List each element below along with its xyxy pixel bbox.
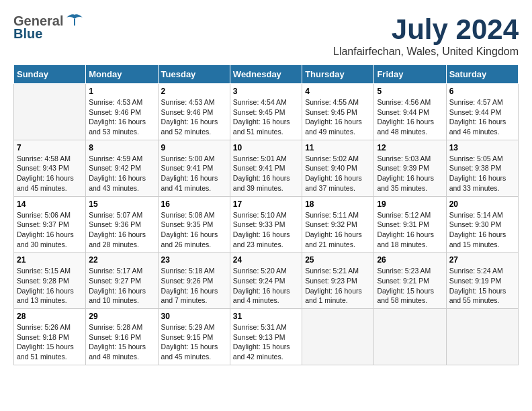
calendar-week-row: 7Sunrise: 4:58 AM Sunset: 9:43 PM Daylig… <box>14 140 519 196</box>
calendar-table: SundayMondayTuesdayWednesdayThursdayFrid… <box>13 64 519 365</box>
day-info: Sunrise: 5:21 AM Sunset: 9:23 PM Dayligh… <box>305 266 371 306</box>
calendar-cell <box>374 309 446 365</box>
day-number: 1 <box>89 87 154 96</box>
page-header: General Blue July 2024 Llanfairfechan, W… <box>13 13 519 58</box>
day-number: 25 <box>305 255 371 265</box>
day-number: 22 <box>89 255 154 265</box>
calendar-cell: 14Sunrise: 5:06 AM Sunset: 9:37 PM Dayli… <box>14 196 86 253</box>
day-number: 24 <box>233 255 299 265</box>
day-info: Sunrise: 5:07 AM Sunset: 9:36 PM Dayligh… <box>89 210 154 250</box>
day-number: 10 <box>233 143 299 152</box>
calendar-week-row: 1Sunrise: 4:53 AM Sunset: 9:46 PM Daylig… <box>14 84 519 140</box>
calendar-header-row: SundayMondayTuesdayWednesdayThursdayFrid… <box>14 65 519 84</box>
day-info: Sunrise: 5:23 AM Sunset: 9:21 PM Dayligh… <box>377 266 443 306</box>
day-number: 28 <box>17 312 83 321</box>
calendar-cell: 18Sunrise: 5:11 AM Sunset: 9:32 PM Dayli… <box>302 196 374 253</box>
calendar-week-row: 14Sunrise: 5:06 AM Sunset: 9:37 PM Dayli… <box>14 196 519 253</box>
calendar-cell: 10Sunrise: 5:01 AM Sunset: 9:41 PM Dayli… <box>230 140 302 196</box>
logo: General Blue <box>13 13 84 42</box>
calendar-cell: 27Sunrise: 5:24 AM Sunset: 9:19 PM Dayli… <box>446 253 518 309</box>
day-number: 26 <box>377 255 443 265</box>
calendar-cell: 31Sunrise: 5:31 AM Sunset: 9:13 PM Dayli… <box>230 309 302 365</box>
calendar-cell: 20Sunrise: 5:14 AM Sunset: 9:30 PM Dayli… <box>446 196 518 253</box>
day-info: Sunrise: 5:31 AM Sunset: 9:13 PM Dayligh… <box>233 322 299 362</box>
day-info: Sunrise: 4:53 AM Sunset: 9:46 PM Dayligh… <box>161 97 227 137</box>
calendar-cell: 12Sunrise: 5:03 AM Sunset: 9:39 PM Dayli… <box>374 140 446 196</box>
calendar-cell: 13Sunrise: 5:05 AM Sunset: 9:38 PM Dayli… <box>446 140 518 196</box>
location: Llanfairfechan, Wales, United Kingdom <box>333 46 519 58</box>
day-info: Sunrise: 5:24 AM Sunset: 9:19 PM Dayligh… <box>449 266 515 306</box>
calendar-cell: 8Sunrise: 4:59 AM Sunset: 9:42 PM Daylig… <box>86 140 158 196</box>
day-info: Sunrise: 5:28 AM Sunset: 9:16 PM Dayligh… <box>89 322 154 362</box>
calendar-cell: 1Sunrise: 4:53 AM Sunset: 9:46 PM Daylig… <box>86 84 158 140</box>
calendar-cell <box>302 309 374 365</box>
day-info: Sunrise: 5:01 AM Sunset: 9:41 PM Dayligh… <box>233 154 299 193</box>
calendar-cell: 2Sunrise: 4:53 AM Sunset: 9:46 PM Daylig… <box>158 84 230 140</box>
day-number: 8 <box>89 143 154 152</box>
day-number: 19 <box>377 199 443 209</box>
calendar-cell: 6Sunrise: 4:57 AM Sunset: 9:44 PM Daylig… <box>446 84 518 140</box>
calendar-cell: 15Sunrise: 5:07 AM Sunset: 9:36 PM Dayli… <box>86 196 158 253</box>
day-info: Sunrise: 5:29 AM Sunset: 9:15 PM Dayligh… <box>161 322 227 362</box>
day-number: 11 <box>305 143 371 152</box>
day-info: Sunrise: 5:10 AM Sunset: 9:33 PM Dayligh… <box>233 210 299 250</box>
calendar-cell: 23Sunrise: 5:18 AM Sunset: 9:26 PM Dayli… <box>158 253 230 309</box>
calendar-cell: 19Sunrise: 5:12 AM Sunset: 9:31 PM Dayli… <box>374 196 446 253</box>
day-number: 30 <box>161 312 227 321</box>
day-number: 27 <box>449 255 515 265</box>
day-number: 20 <box>449 199 515 209</box>
title-section: July 2024 Llanfairfechan, Wales, United … <box>333 13 519 58</box>
calendar-cell: 28Sunrise: 5:26 AM Sunset: 9:18 PM Dayli… <box>14 309 86 365</box>
day-info: Sunrise: 5:02 AM Sunset: 9:40 PM Dayligh… <box>305 154 371 193</box>
day-number: 6 <box>449 87 515 96</box>
day-info: Sunrise: 5:03 AM Sunset: 9:39 PM Dayligh… <box>377 154 443 193</box>
day-number: 31 <box>233 312 299 321</box>
day-info: Sunrise: 5:12 AM Sunset: 9:31 PM Dayligh… <box>377 210 443 250</box>
calendar-cell: 16Sunrise: 5:08 AM Sunset: 9:35 PM Dayli… <box>158 196 230 253</box>
day-info: Sunrise: 5:06 AM Sunset: 9:37 PM Dayligh… <box>17 210 83 250</box>
day-info: Sunrise: 5:17 AM Sunset: 9:27 PM Dayligh… <box>89 266 154 306</box>
day-number: 7 <box>17 143 83 152</box>
day-info: Sunrise: 5:05 AM Sunset: 9:38 PM Dayligh… <box>449 154 515 193</box>
day-info: Sunrise: 4:53 AM Sunset: 9:46 PM Dayligh… <box>89 97 154 137</box>
calendar-cell: 24Sunrise: 5:20 AM Sunset: 9:24 PM Dayli… <box>230 253 302 309</box>
calendar-day-header: Sunday <box>14 65 86 84</box>
calendar-cell: 17Sunrise: 5:10 AM Sunset: 9:33 PM Dayli… <box>230 196 302 253</box>
calendar-cell: 30Sunrise: 5:29 AM Sunset: 9:15 PM Dayli… <box>158 309 230 365</box>
calendar-cell: 7Sunrise: 4:58 AM Sunset: 9:43 PM Daylig… <box>14 140 86 196</box>
day-number: 4 <box>305 87 371 96</box>
calendar-cell: 22Sunrise: 5:17 AM Sunset: 9:27 PM Dayli… <box>86 253 158 309</box>
day-info: Sunrise: 5:11 AM Sunset: 9:32 PM Dayligh… <box>305 210 371 250</box>
calendar-cell: 25Sunrise: 5:21 AM Sunset: 9:23 PM Dayli… <box>302 253 374 309</box>
calendar-cell: 5Sunrise: 4:56 AM Sunset: 9:44 PM Daylig… <box>374 84 446 140</box>
calendar-day-header: Wednesday <box>230 65 302 84</box>
day-info: Sunrise: 5:15 AM Sunset: 9:28 PM Dayligh… <box>17 266 83 306</box>
calendar-cell: 9Sunrise: 5:00 AM Sunset: 9:41 PM Daylig… <box>158 140 230 196</box>
day-number: 13 <box>449 143 515 152</box>
day-info: Sunrise: 4:57 AM Sunset: 9:44 PM Dayligh… <box>449 97 515 137</box>
month-title: July 2024 <box>333 13 519 46</box>
day-number: 14 <box>17 199 83 209</box>
calendar-cell <box>446 309 518 365</box>
day-info: Sunrise: 5:00 AM Sunset: 9:41 PM Dayligh… <box>161 154 227 193</box>
day-number: 15 <box>89 199 154 209</box>
calendar-cell: 21Sunrise: 5:15 AM Sunset: 9:28 PM Dayli… <box>14 253 86 309</box>
day-info: Sunrise: 4:56 AM Sunset: 9:44 PM Dayligh… <box>377 97 443 137</box>
day-number: 5 <box>377 87 443 96</box>
logo-bird-icon <box>65 13 84 28</box>
day-number: 3 <box>233 87 299 96</box>
calendar-cell: 3Sunrise: 4:54 AM Sunset: 9:45 PM Daylig… <box>230 84 302 140</box>
day-number: 16 <box>161 199 227 209</box>
calendar-cell: 4Sunrise: 4:55 AM Sunset: 9:45 PM Daylig… <box>302 84 374 140</box>
calendar-week-row: 21Sunrise: 5:15 AM Sunset: 9:28 PM Dayli… <box>14 253 519 309</box>
calendar-week-row: 28Sunrise: 5:26 AM Sunset: 9:18 PM Dayli… <box>14 309 519 365</box>
day-info: Sunrise: 5:14 AM Sunset: 9:30 PM Dayligh… <box>449 210 515 250</box>
calendar-cell: 29Sunrise: 5:28 AM Sunset: 9:16 PM Dayli… <box>86 309 158 365</box>
day-info: Sunrise: 5:18 AM Sunset: 9:26 PM Dayligh… <box>161 266 227 306</box>
day-info: Sunrise: 5:20 AM Sunset: 9:24 PM Dayligh… <box>233 266 299 306</box>
calendar-cell: 26Sunrise: 5:23 AM Sunset: 9:21 PM Dayli… <box>374 253 446 309</box>
day-number: 12 <box>377 143 443 152</box>
day-number: 18 <box>305 199 371 209</box>
day-info: Sunrise: 5:08 AM Sunset: 9:35 PM Dayligh… <box>161 210 227 250</box>
day-info: Sunrise: 4:59 AM Sunset: 9:42 PM Dayligh… <box>89 154 154 193</box>
